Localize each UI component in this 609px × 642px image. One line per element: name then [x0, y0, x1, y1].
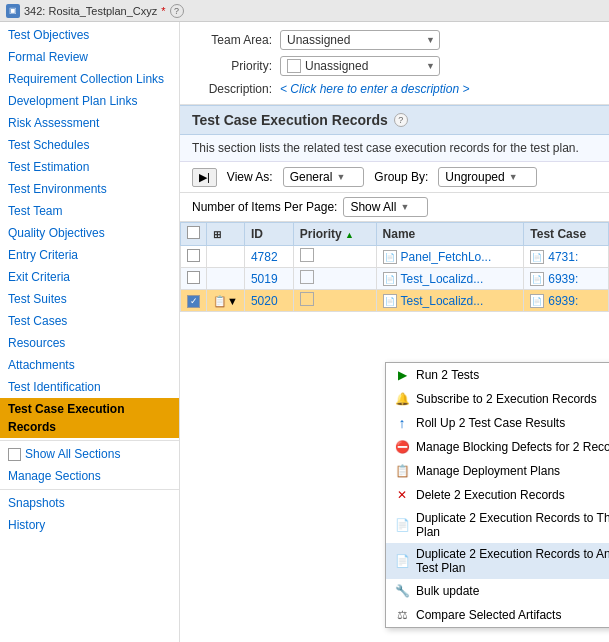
ctx-compare-artifacts[interactable]: ⚖ Compare Selected Artifacts	[386, 603, 609, 627]
th-checkbox[interactable]	[181, 223, 207, 246]
row-actions-cell[interactable]: 📋▼	[207, 290, 245, 312]
sidebar-item-quality-objectives[interactable]: Quality Objectives	[0, 222, 179, 244]
sidebar: Test Objectives Formal Review Requiremen…	[0, 22, 180, 642]
items-per-page-value: Show All	[350, 200, 396, 214]
items-per-page-dropdown[interactable]: Show All ▼	[343, 197, 428, 217]
row-tc-icon: 📄	[530, 272, 544, 286]
sidebar-item-entry-criteria[interactable]: Entry Criteria	[0, 244, 179, 266]
priority-arrow-icon: ▼	[426, 61, 435, 71]
nav-button[interactable]: ▶|	[192, 168, 217, 187]
select-all-checkbox[interactable]	[187, 226, 200, 239]
row-checkbox[interactable]	[187, 249, 200, 262]
ctx-manage-blocking[interactable]: ⛔ Manage Blocking Defects for 2 Records	[386, 435, 609, 459]
ctx-subscribe[interactable]: 🔔 Subscribe to 2 Execution Records	[386, 387, 609, 411]
row-checkbox-cell[interactable]	[181, 268, 207, 290]
show-all-sections[interactable]: Show All Sections	[0, 443, 179, 465]
sidebar-item-label: Test Identification	[8, 378, 101, 396]
ctx-rollup-label: Roll Up 2 Test Case Results	[416, 416, 565, 430]
history-label: History	[8, 516, 45, 534]
row-checkbox[interactable]: ✓	[187, 295, 200, 308]
row-id-link[interactable]: 5019	[251, 272, 278, 286]
sidebar-item-test-environments[interactable]: Test Environments	[0, 178, 179, 200]
ctx-run-label: Run 2 Tests	[416, 368, 479, 382]
sidebar-item-test-schedules[interactable]: Test Schedules	[0, 134, 179, 156]
row-priority-icon	[300, 270, 314, 284]
table-row: 4782 📄 Panel_FetchLo... 📄	[181, 246, 609, 268]
row-priority-icon	[300, 292, 314, 306]
row-priority-icon	[300, 248, 314, 262]
row-tc-icon: 📄	[530, 250, 544, 264]
sidebar-item-exit-criteria[interactable]: Exit Criteria	[0, 266, 179, 288]
row-tc-link[interactable]: 6939:	[548, 272, 578, 286]
row-checkbox[interactable]	[187, 271, 200, 284]
group-by-dropdown[interactable]: Ungrouped ▼	[438, 167, 536, 187]
row-checkbox-cell[interactable]: ✓	[181, 290, 207, 312]
sidebar-item-test-identification[interactable]: Test Identification	[0, 376, 179, 398]
row-name-link[interactable]: Panel_FetchLo...	[401, 250, 492, 264]
priority-icon	[287, 59, 301, 73]
manage-sections-label: Manage Sections	[8, 467, 101, 485]
row-action-icon[interactable]: 📋▼	[213, 295, 238, 307]
ctx-duplicate-another[interactable]: 📄 Duplicate 2 Execution Records to Anoth…	[386, 543, 609, 579]
team-area-arrow-icon: ▼	[426, 35, 435, 45]
ctx-compare-icon: ⚖	[394, 607, 410, 623]
row-tc-link[interactable]: 4731:	[548, 250, 578, 264]
row-name-cell: 📄 Test_Localizd...	[376, 268, 524, 290]
sidebar-item-attachments[interactable]: Attachments	[0, 354, 179, 376]
section-help-icon[interactable]: ?	[394, 113, 408, 127]
manage-sections-link[interactable]: Manage Sections	[0, 465, 179, 487]
ctx-dup-this-label: Duplicate 2 Execution Records to This Te…	[416, 511, 609, 539]
header-fields: Team Area: Unassigned ▼ Priority: Unassi…	[180, 22, 609, 105]
ctx-delete[interactable]: ✕ Delete 2 Execution Records	[386, 483, 609, 507]
title-modified: *	[161, 5, 165, 17]
sidebar-item-risk-assessment[interactable]: Risk Assessment	[0, 112, 179, 134]
sidebar-item-test-case-execution-records[interactable]: Test Case Execution Records	[0, 398, 179, 438]
team-area-label: Team Area:	[192, 33, 272, 47]
show-all-checkbox[interactable]	[8, 448, 21, 461]
row-id-link[interactable]: 5020	[251, 294, 278, 308]
items-per-page-arrow-icon: ▼	[400, 202, 409, 212]
sidebar-item-test-suites[interactable]: Test Suites	[0, 288, 179, 310]
priority-dropdown[interactable]: Unassigned ▼	[280, 56, 440, 76]
ctx-manage-deployment[interactable]: 📋 Manage Deployment Plans	[386, 459, 609, 483]
description-link[interactable]: < Click here to enter a description >	[280, 82, 469, 96]
row-name-icon: 📄	[383, 250, 397, 264]
ctx-compare-label: Compare Selected Artifacts	[416, 608, 561, 622]
sidebar-item-resources[interactable]: Resources	[0, 332, 179, 354]
sidebar-item-snapshots[interactable]: Snapshots	[0, 492, 179, 514]
sidebar-item-dev-plan-links[interactable]: Development Plan Links	[0, 90, 179, 112]
row-name-cell: 📄 Panel_FetchLo...	[376, 246, 524, 268]
ctx-roll-up[interactable]: ↑ Roll Up 2 Test Case Results ▶	[386, 411, 609, 435]
row-name-link[interactable]: Test_Localizd...	[401, 272, 484, 286]
row-name-link[interactable]: Test_Localizd...	[401, 294, 484, 308]
th-name: Name	[376, 223, 524, 246]
sidebar-item-history[interactable]: History	[0, 514, 179, 536]
view-as-dropdown[interactable]: General ▼	[283, 167, 365, 187]
table-row: ✓ 📋▼ 5020 📄 Test_Localizd...	[181, 290, 609, 312]
sidebar-item-label: Entry Criteria	[8, 246, 78, 264]
sidebar-item-test-objectives[interactable]: Test Objectives	[0, 24, 179, 46]
ctx-bulk-update[interactable]: 🔧 Bulk update	[386, 579, 609, 603]
ctx-run-2-tests[interactable]: ▶ Run 2 Tests ▶	[386, 363, 609, 387]
row-name-cell: 📄 Test_Localizd...	[376, 290, 524, 312]
sidebar-item-test-estimation[interactable]: Test Estimation	[0, 156, 179, 178]
row-priority-cell	[293, 246, 376, 268]
sidebar-item-test-cases[interactable]: Test Cases	[0, 310, 179, 332]
row-id-link[interactable]: 4782	[251, 250, 278, 264]
sidebar-item-label: Quality Objectives	[8, 224, 105, 242]
row-checkbox-cell[interactable]	[181, 246, 207, 268]
sidebar-item-formal-review[interactable]: Formal Review	[0, 46, 179, 68]
title-help-icon[interactable]: ?	[170, 4, 184, 18]
ctx-delete-label: Delete 2 Execution Records	[416, 488, 565, 502]
view-as-arrow-icon: ▼	[336, 172, 345, 182]
team-area-dropdown[interactable]: Unassigned ▼	[280, 30, 440, 50]
row-priority-cell	[293, 268, 376, 290]
sidebar-item-label: Development Plan Links	[8, 92, 137, 110]
th-name-label: Name	[383, 227, 416, 241]
sidebar-item-test-team[interactable]: Test Team	[0, 200, 179, 222]
th-priority-label: Priority	[300, 227, 342, 241]
row-tc-link[interactable]: 6939:	[548, 294, 578, 308]
row-actions-cell	[207, 246, 245, 268]
sidebar-item-requirement-links[interactable]: Requirement Collection Links	[0, 68, 179, 90]
ctx-duplicate-this[interactable]: 📄 Duplicate 2 Execution Records to This …	[386, 507, 609, 543]
